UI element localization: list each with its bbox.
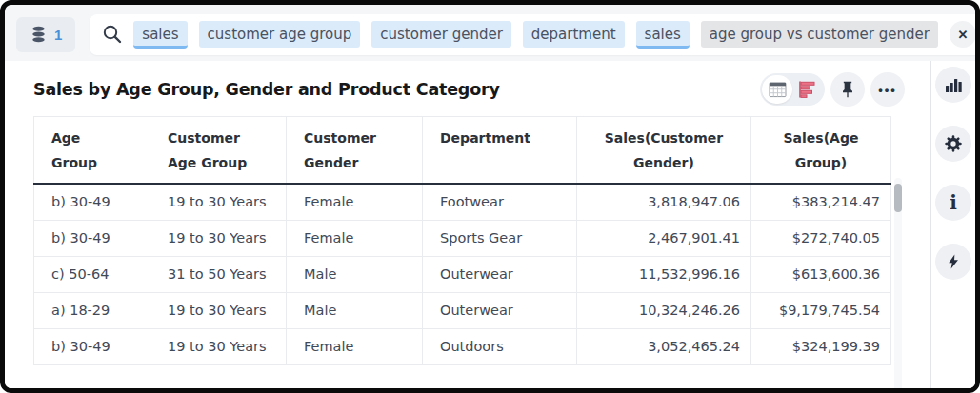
pin-icon — [838, 80, 857, 99]
table-cell[interactable]: Footwear — [423, 184, 577, 220]
table-cell[interactable]: Male — [287, 292, 423, 328]
table-cell[interactable]: 19 to 30 Years — [150, 292, 287, 328]
table-row: c) 50-64 31 to 50 Years Male Outerwear 1… — [34, 256, 891, 292]
ellipsis-icon: ••• — [878, 83, 897, 97]
scrollbar-thumb[interactable] — [894, 184, 902, 212]
right-icon-rail: i — [930, 61, 975, 393]
table-cell[interactable]: c) 50-64 — [34, 256, 150, 292]
answer-panel: Sales by Age Group, Gender and Product C… — [5, 61, 975, 393]
table-cell[interactable]: 11,532,996.16 — [577, 256, 751, 292]
table-cell[interactable]: Female — [287, 184, 423, 220]
table-row: a) 18-29 19 to 30 Years Male Outerwear 1… — [34, 292, 891, 328]
table-cell[interactable]: b) 30-49 — [34, 184, 150, 220]
table-cell[interactable]: 19 to 30 Years — [150, 220, 287, 256]
bar-chart-icon — [798, 81, 817, 98]
display-mode-toggle — [760, 73, 825, 106]
column-header[interactable]: Department — [423, 117, 577, 185]
table-cell[interactable]: 10,324,246.26 — [577, 292, 751, 328]
search-token[interactable]: sales — [636, 21, 690, 49]
database-icon — [30, 25, 48, 44]
table-cell[interactable]: 31 to 50 Years — [150, 256, 287, 292]
table-cell[interactable]: 3,818,947.06 — [577, 184, 751, 220]
table-cell[interactable]: $613,600.36 — [751, 256, 891, 292]
column-header[interactable]: Sales(Customer Gender) — [577, 117, 751, 185]
search-token[interactable]: sales — [133, 21, 187, 49]
table-row: b) 30-49 19 to 30 Years Female Footwear … — [34, 184, 891, 220]
table-cell[interactable]: 3,052,465.24 — [577, 328, 751, 364]
results-table-container: Age Group Customer Age Group Customer Ge… — [33, 116, 930, 365]
table-cell[interactable]: Outdoors — [423, 328, 577, 364]
table-cell[interactable]: Sports Gear — [423, 220, 577, 256]
table-header-row: Age Group Customer Age Group Customer Ge… — [34, 117, 891, 185]
table-cell[interactable]: 19 to 30 Years — [150, 328, 287, 364]
answer-main: Sales by Age Group, Gender and Product C… — [5, 61, 930, 393]
search-bar[interactable]: sales customer age group customer gender… — [90, 14, 980, 55]
table-cell[interactable]: Female — [287, 328, 423, 364]
chart-view-button[interactable] — [792, 75, 823, 104]
column-header[interactable]: Customer Gender — [287, 117, 423, 185]
close-icon: ✕ — [957, 28, 968, 42]
settings-button[interactable] — [935, 126, 971, 162]
lightning-icon — [945, 252, 962, 271]
answer-header: Sales by Age Group, Gender and Product C… — [33, 61, 930, 116]
chart-options-button[interactable] — [935, 67, 971, 103]
table-icon — [769, 82, 787, 98]
datasource-selector[interactable]: 1 — [16, 17, 75, 52]
more-options-button[interactable]: ••• — [870, 72, 905, 107]
table-cell[interactable]: $272,740.05 — [751, 220, 891, 256]
table-cell[interactable]: 19 to 30 Years — [150, 184, 287, 220]
search-topbar: 1 sales customer age group customer gend… — [5, 5, 975, 56]
table-cell[interactable]: b) 30-49 — [34, 220, 150, 256]
insights-button[interactable] — [935, 244, 971, 280]
answer-toolbar: ••• — [760, 72, 905, 107]
gear-icon — [943, 133, 964, 154]
app-window: 1 sales customer age group customer gend… — [0, 0, 980, 393]
column-header[interactable]: Sales(Age Group) — [751, 117, 891, 185]
table-cell[interactable]: a) 18-29 — [34, 292, 150, 328]
column-chart-icon — [944, 75, 963, 94]
search-token[interactable]: customer gender — [371, 21, 511, 48]
table-cell[interactable]: Outerwear — [423, 256, 577, 292]
info-icon: i — [950, 193, 957, 212]
table-cell[interactable]: 2,467,901.41 — [577, 220, 751, 256]
table-cell[interactable]: Outerwear — [423, 292, 577, 328]
table-view-button[interactable] — [762, 75, 792, 104]
search-token[interactable]: department — [523, 21, 625, 48]
info-button[interactable]: i — [935, 185, 971, 221]
results-table: Age Group Customer Age Group Customer Ge… — [33, 116, 891, 365]
table-cell[interactable]: Female — [287, 220, 423, 256]
table-cell[interactable]: $324,199.39 — [751, 328, 891, 364]
search-token[interactable]: age group vs customer gender — [701, 21, 938, 48]
column-header[interactable]: Customer Age Group — [150, 117, 287, 185]
answer-title: Sales by Age Group, Gender and Product C… — [33, 80, 500, 99]
table-scrollbar[interactable] — [894, 178, 902, 393]
datasource-count: 1 — [54, 27, 62, 43]
table-cell[interactable]: Male — [287, 256, 423, 292]
table-cell[interactable]: $383,214.47 — [751, 184, 891, 220]
search-token[interactable]: customer age group — [199, 21, 361, 48]
table-row: b) 30-49 19 to 30 Years Female Sports Ge… — [34, 220, 891, 256]
table-cell[interactable]: b) 30-49 — [34, 328, 150, 364]
table-row: b) 30-49 19 to 30 Years Female Outdoors … — [34, 328, 891, 364]
table-cell[interactable]: $9,179,745.54 — [751, 292, 891, 328]
search-clear-button[interactable]: ✕ — [950, 21, 976, 48]
column-header[interactable]: Age Group — [34, 117, 150, 185]
search-icon — [102, 24, 123, 45]
pin-button[interactable] — [830, 72, 865, 107]
